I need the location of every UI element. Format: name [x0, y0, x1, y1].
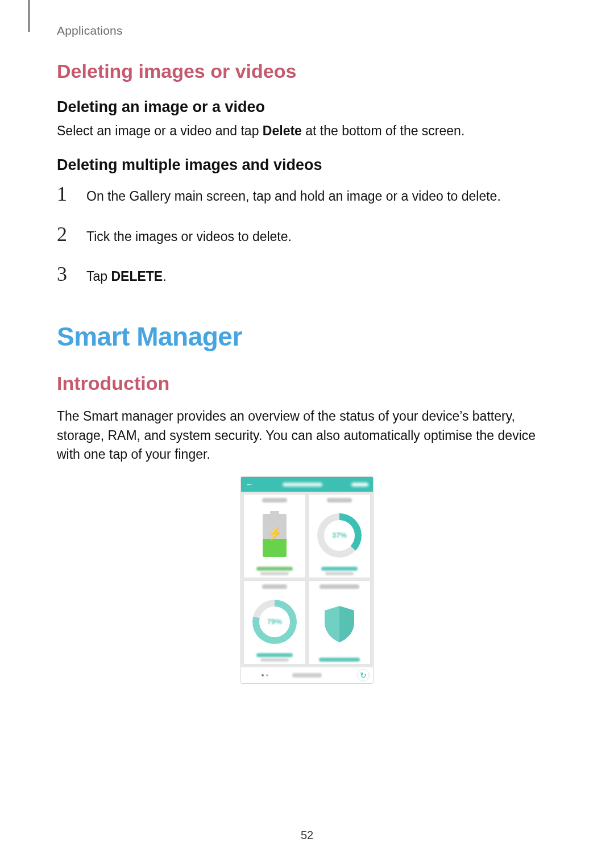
card-status-blur — [319, 658, 360, 662]
breadcrumb: Applications — [57, 24, 557, 38]
card-title-blur — [327, 498, 352, 502]
card-status-blur — [256, 653, 293, 657]
step-text: On the Gallery main screen, tap and hold… — [86, 187, 557, 206]
card-title-blur — [262, 584, 287, 589]
step-1: 1 On the Gallery main screen, tap and ho… — [57, 182, 557, 214]
card-detail-blur — [325, 572, 354, 575]
text: Select an image or a video and tap — [57, 123, 263, 138]
subheading-single-delete: Deleting an image or a video — [57, 98, 557, 116]
card-graphic: ⚡ — [246, 505, 303, 566]
step-3: 3 Tap DELETE. — [57, 262, 557, 294]
card-title-blur — [320, 584, 359, 589]
step-text: Tap DELETE. — [86, 267, 557, 286]
heading-deleting: Deleting images or videos — [57, 60, 557, 82]
manual-page: Applications Deleting images or videos D… — [0, 0, 614, 868]
dot-icon — [262, 674, 264, 676]
footer-label-blur — [292, 673, 322, 678]
shield-icon — [321, 604, 358, 645]
phone-header: ← — [241, 477, 373, 492]
phone-footer: ↻ — [241, 667, 373, 683]
bolt-icon: ⚡ — [267, 526, 283, 541]
phone-screenshot: ← ⚡ — [240, 476, 374, 684]
phone-more-blur[interactable] — [351, 483, 368, 487]
step-number: 1 — [57, 182, 73, 206]
card-status-blur — [256, 567, 293, 571]
bold-delete: Delete — [263, 123, 302, 138]
step-number: 3 — [57, 262, 73, 286]
pager-dots — [262, 674, 268, 676]
text: Tap — [86, 269, 111, 284]
battery-icon: ⚡ — [263, 514, 287, 557]
card-detail-blur — [260, 572, 289, 575]
phone-title-blur — [283, 483, 322, 487]
heading-smart-manager: Smart Manager — [57, 321, 557, 352]
card-graphic — [311, 591, 368, 657]
text: . — [163, 269, 166, 284]
donut-label: 37% — [332, 531, 347, 539]
phone-grid: ⚡ 37% — [241, 492, 373, 667]
page-number: 52 — [0, 829, 614, 842]
card-storage[interactable]: 37% — [308, 494, 371, 578]
donut-storage: 37% — [317, 513, 362, 558]
refresh-button[interactable]: ↻ — [357, 669, 370, 682]
step-text: Tick the images or videos to delete. — [86, 227, 557, 246]
step-number: 2 — [57, 222, 73, 246]
card-title-blur — [262, 498, 287, 502]
card-battery[interactable]: ⚡ — [243, 494, 306, 578]
card-graphic: 79% — [246, 591, 303, 652]
para-intro: The Smart manager provides an overview o… — [57, 407, 557, 464]
back-arrow-icon[interactable]: ← — [246, 480, 254, 488]
para-single-delete: Select an image or a video and tap Delet… — [57, 122, 557, 140]
refresh-icon: ↻ — [360, 671, 367, 680]
donut-ram: 79% — [252, 600, 297, 644]
steps-list: 1 On the Gallery main screen, tap and ho… — [57, 182, 557, 294]
heading-introduction: Introduction — [57, 372, 557, 394]
subheading-multi-delete: Deleting multiple images and videos — [57, 156, 557, 174]
step-2: 2 Tick the images or videos to delete. — [57, 222, 557, 254]
card-security[interactable] — [308, 580, 371, 665]
text: at the bottom of the screen. — [302, 123, 464, 138]
card-detail-blur — [260, 658, 289, 662]
bold-delete-caps: DELETE — [111, 269, 163, 284]
dot-icon — [266, 674, 268, 676]
card-graphic: 37% — [311, 505, 368, 566]
donut-label: 79% — [267, 617, 282, 626]
card-status-blur — [321, 567, 358, 571]
card-ram[interactable]: 79% — [243, 580, 306, 665]
figure-smart-manager: ← ⚡ — [57, 476, 557, 684]
page-tab-mark — [28, 0, 30, 32]
